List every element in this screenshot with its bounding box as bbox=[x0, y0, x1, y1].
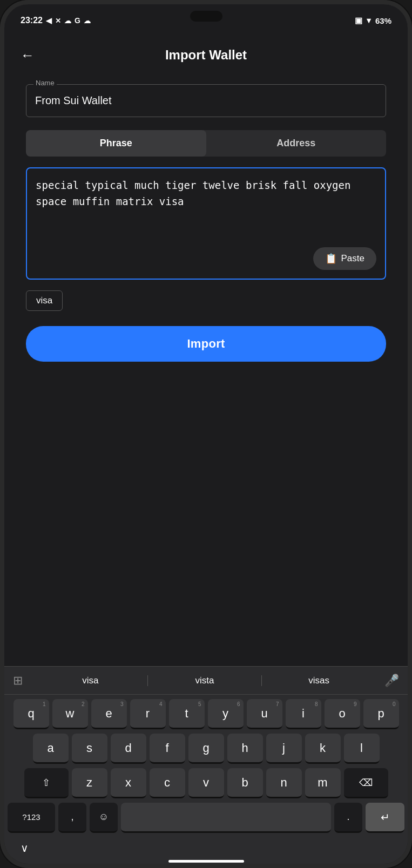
symbol-key[interactable]: ?123 bbox=[8, 803, 55, 833]
key-x[interactable]: x bbox=[111, 768, 146, 798]
key-b[interactable]: b bbox=[227, 768, 263, 798]
word-suggestion-area: visa bbox=[26, 290, 386, 311]
paste-button[interactable]: 📋 Paste bbox=[313, 247, 376, 270]
comma-key[interactable]: , bbox=[58, 803, 86, 833]
space-key[interactable] bbox=[121, 803, 331, 833]
emoji-key[interactable]: ☺ bbox=[90, 803, 118, 833]
backspace-key[interactable]: ⌫ bbox=[344, 768, 388, 798]
period-key[interactable]: . bbox=[334, 803, 362, 833]
key-m[interactable]: m bbox=[305, 768, 341, 798]
keyboard-rows: q1 w2 e3 r4 t5 y6 u7 i8 o9 p0 a s d f bbox=[4, 695, 408, 833]
autocomplete-word-3[interactable]: visas bbox=[262, 675, 376, 686]
chevron-down-button[interactable]: ∨ bbox=[21, 842, 29, 855]
keyboard-grid-icon[interactable]: ⊞ bbox=[13, 674, 23, 688]
tab-phrase[interactable]: Phrase bbox=[26, 130, 206, 157]
tab-address[interactable]: Address bbox=[206, 130, 387, 157]
key-y[interactable]: y6 bbox=[208, 699, 244, 729]
notch bbox=[190, 11, 222, 22]
google-icon: G bbox=[75, 16, 80, 25]
key-row-2: a s d f g h j k l bbox=[8, 734, 404, 764]
phrase-textarea[interactable]: special typical much tiger twelve brisk … bbox=[36, 177, 376, 236]
key-f[interactable]: f bbox=[150, 734, 185, 764]
form-area: Name Phrase Address special typical much… bbox=[4, 73, 408, 666]
key-e[interactable]: e3 bbox=[91, 699, 127, 729]
key-c[interactable]: c bbox=[150, 768, 185, 798]
battery-label: 63% bbox=[375, 16, 391, 25]
name-label: Name bbox=[33, 79, 57, 87]
cloud-small-icon: ☁ bbox=[64, 17, 71, 25]
location-icon: ◀ bbox=[46, 16, 52, 25]
key-w[interactable]: w2 bbox=[52, 699, 88, 729]
key-l[interactable]: l bbox=[344, 734, 380, 764]
key-a[interactable]: a bbox=[33, 734, 69, 764]
key-q[interactable]: q1 bbox=[13, 699, 49, 729]
autocomplete-word-2[interactable]: vista bbox=[148, 675, 262, 686]
header: ← Import Wallet bbox=[4, 37, 408, 73]
autocomplete-word-1[interactable]: visa bbox=[33, 675, 147, 686]
x-icon: ✕ bbox=[55, 17, 61, 25]
key-d[interactable]: d bbox=[111, 734, 146, 764]
bottom-nav: ∨ bbox=[4, 837, 408, 857]
import-button[interactable]: Import bbox=[26, 326, 386, 362]
phone-frame: 23:22 ◀ ✕ ☁ G ☁ ▣ ▾ 63% ← Import Wallet … bbox=[0, 0, 412, 868]
suggestion-chip-visa[interactable]: visa bbox=[26, 290, 63, 311]
home-indicator bbox=[168, 860, 244, 863]
key-j[interactable]: j bbox=[266, 734, 302, 764]
key-i[interactable]: i8 bbox=[286, 699, 321, 729]
app-content: ← Import Wallet Name Phrase Address spec… bbox=[4, 37, 408, 864]
key-n[interactable]: n bbox=[266, 768, 302, 798]
time-display: 23:22 bbox=[21, 16, 43, 25]
key-r[interactable]: r4 bbox=[130, 699, 166, 729]
clipboard-icon: 📋 bbox=[325, 253, 337, 265]
status-left: 23:22 ◀ ✕ ☁ G ☁ bbox=[21, 16, 91, 25]
key-v[interactable]: v bbox=[188, 768, 224, 798]
phrase-input-wrapper: special typical much tiger twelve brisk … bbox=[26, 167, 386, 280]
page-title: Import Wallet bbox=[165, 48, 247, 63]
mic-icon[interactable]: 🎤 bbox=[384, 674, 399, 688]
shift-key[interactable]: ⇧ bbox=[24, 768, 69, 798]
key-g[interactable]: g bbox=[188, 734, 224, 764]
paste-label: Paste bbox=[341, 253, 364, 264]
autocomplete-bar: ⊞ visa vista visas 🎤 bbox=[4, 667, 408, 695]
key-row-4: ?123 , ☺ . ↵ bbox=[8, 803, 404, 833]
keyboard-area: ⊞ visa vista visas 🎤 q1 w2 e3 r4 bbox=[4, 666, 408, 864]
key-row-3: ⇧ z x c v b n m ⌫ bbox=[8, 768, 404, 798]
key-h[interactable]: h bbox=[227, 734, 263, 764]
sim-icon: ▣ bbox=[355, 16, 362, 25]
cloud-icon: ☁ bbox=[84, 17, 91, 25]
key-k[interactable]: k bbox=[305, 734, 341, 764]
key-s[interactable]: s bbox=[72, 734, 107, 764]
name-input[interactable] bbox=[26, 84, 386, 117]
key-o[interactable]: o9 bbox=[325, 699, 360, 729]
back-button[interactable]: ← bbox=[21, 47, 35, 64]
key-p[interactable]: p0 bbox=[363, 699, 399, 729]
key-row-1: q1 w2 e3 r4 t5 y6 u7 i8 o9 p0 bbox=[8, 699, 404, 729]
enter-key[interactable]: ↵ bbox=[366, 803, 404, 833]
autocomplete-words: visa vista visas bbox=[33, 675, 376, 686]
status-right: ▣ ▾ 63% bbox=[355, 16, 391, 25]
tab-switcher: Phrase Address bbox=[26, 130, 386, 157]
key-t[interactable]: t5 bbox=[169, 699, 205, 729]
name-field-wrapper: Name bbox=[26, 84, 386, 117]
key-u[interactable]: u7 bbox=[247, 699, 282, 729]
key-z[interactable]: z bbox=[72, 768, 107, 798]
wifi-icon: ▾ bbox=[367, 16, 371, 25]
